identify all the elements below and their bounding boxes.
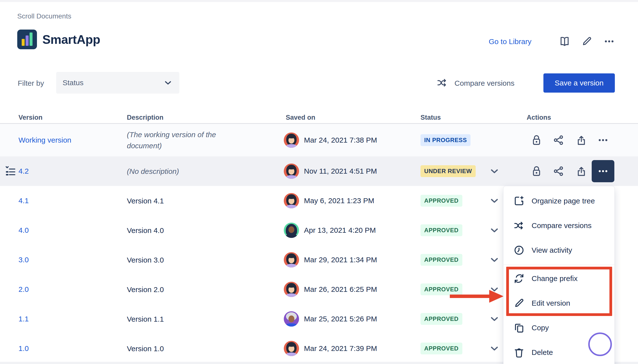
chevron-down-icon	[163, 78, 173, 88]
version-link[interactable]: 2.0	[18, 285, 29, 294]
saved-on-date: May 6, 2021 1:23 PM	[304, 196, 374, 205]
ellipsis-icon[interactable]	[604, 36, 615, 47]
cycle-icon	[513, 273, 525, 284]
column-header-actions: Actions	[527, 114, 551, 122]
status-badge: APPROVED	[420, 342, 462, 354]
saved-on-date: Mar 24, 2021 7:39 PM	[304, 344, 377, 353]
avatar	[284, 164, 299, 179]
menu-item-label: Edit version	[532, 299, 570, 307]
avatar	[284, 193, 299, 208]
menu-item-label: Organize page tree	[532, 197, 595, 205]
version-description: (The working version of the document)	[127, 129, 245, 151]
status-chevron-down-icon[interactable]	[489, 195, 500, 206]
saved-on-cell: Mar 24, 2021 7:39 PM	[284, 341, 422, 356]
menu-separator	[504, 264, 614, 264]
copy-icon	[513, 322, 525, 334]
version-description: Version 4.0	[127, 225, 245, 236]
page-title: SmartApp	[42, 32, 100, 47]
column-header-status: Status	[420, 114, 441, 122]
version-description: Version 2.0	[127, 284, 245, 295]
version-description: Version 4.1	[127, 195, 245, 206]
saved-on-cell: Nov 11, 2021 4:51 PM	[284, 164, 422, 179]
status-filter-value: Status	[62, 78, 163, 87]
ellipsis-icon	[597, 134, 609, 146]
status-chevron-down-icon[interactable]	[489, 343, 500, 354]
share-icon[interactable]	[553, 166, 564, 177]
saved-on-cell: Mar 26, 2021 6:25 PM	[284, 282, 422, 297]
go-to-library-link[interactable]: Go to Library	[489, 38, 531, 46]
saved-on-date: Mar 24, 2021 7:38 PM	[304, 136, 377, 144]
menu-item-view-activity[interactable]: View activity	[504, 238, 614, 262]
avatar	[284, 223, 299, 238]
current-version-marker-icon	[5, 166, 16, 177]
status-filter-select[interactable]: Status	[56, 72, 179, 94]
open-book-icon[interactable]	[559, 36, 570, 47]
app-logo	[17, 30, 37, 49]
shuffle-icon	[513, 220, 525, 231]
clock-icon	[513, 244, 525, 256]
lock-icon[interactable]	[531, 134, 542, 146]
breadcrumb: Scroll Documents	[17, 12, 71, 20]
saved-on-cell: Mar 29, 2021 1:34 PM	[284, 252, 422, 268]
version-link[interactable]: 1.1	[18, 315, 29, 323]
avatar	[284, 132, 299, 148]
trash-icon	[513, 347, 525, 358]
saved-on-cell: Mar 25, 2021 5:26 PM	[284, 311, 422, 326]
menu-item-label: Copy	[532, 324, 549, 332]
avatar	[284, 252, 299, 268]
saved-on-date: Nov 11, 2021 4:51 PM	[304, 167, 377, 175]
version-link[interactable]: 4.0	[18, 226, 29, 234]
export-icon[interactable]	[576, 134, 587, 146]
status-badge: UNDER REVIEW	[420, 165, 476, 177]
status-chevron-down-icon[interactable]	[489, 166, 500, 177]
menu-item-compare-versions[interactable]: Compare versions	[504, 213, 614, 238]
status-chevron-down-icon[interactable]	[489, 224, 500, 236]
menu-item-label: Delete	[532, 348, 553, 356]
saved-on-date: Mar 26, 2021 6:25 PM	[304, 285, 377, 294]
avatar	[284, 341, 299, 356]
saved-on-date: Mar 25, 2021 5:26 PM	[304, 315, 377, 323]
annotation-arrow	[450, 294, 490, 298]
saved-on-cell: Mar 24, 2021 7:38 PM	[284, 132, 422, 148]
annotation-arrow-head	[489, 290, 504, 303]
menu-item-organize-page-tree[interactable]: Organize page tree	[504, 189, 614, 213]
version-link[interactable]: Working version	[18, 136, 72, 144]
version-description: Version 3.0	[127, 254, 245, 266]
version-description: (No description)	[127, 166, 245, 177]
menu-item-label: Change prefix	[532, 274, 578, 283]
avatar	[284, 282, 299, 297]
status-badge: APPROVED	[420, 224, 462, 236]
version-description: Version 1.0	[127, 343, 245, 354]
menu-item-label: Compare versions	[532, 222, 592, 230]
organize-page-tree-icon	[513, 195, 525, 207]
more-actions-button[interactable]	[592, 160, 614, 182]
share-icon[interactable]	[553, 134, 564, 146]
lock-icon[interactable]	[531, 166, 542, 177]
save-version-button[interactable]: Save a version	[544, 74, 615, 92]
pencil-icon	[513, 298, 525, 309]
table-row: 4.2 (No description) Nov 11, 2021 4:51 P…	[0, 156, 638, 186]
avatar	[284, 311, 299, 326]
filter-by-label: Filter by	[18, 79, 44, 88]
version-link[interactable]: 4.1	[18, 196, 29, 205]
menu-item-label: View activity	[532, 246, 572, 254]
pencil-icon[interactable]	[581, 36, 592, 47]
version-link[interactable]: 4.2	[18, 167, 29, 175]
column-header-description: Description	[127, 114, 164, 122]
table-row: Working version (The working version of …	[0, 124, 638, 156]
menu-item-change-prefix[interactable]: Change prefix	[504, 266, 614, 291]
version-description: Version 1.1	[127, 314, 245, 324]
status-chevron-down-icon[interactable]	[489, 313, 500, 324]
shuffle-icon	[436, 77, 448, 88]
status-badge: APPROVED	[420, 254, 462, 266]
column-header-saved-on: Saved on	[286, 114, 315, 122]
compare-versions-button[interactable]: Compare versions	[454, 79, 514, 88]
status-badge: APPROVED	[420, 284, 462, 295]
version-link[interactable]: 3.0	[18, 256, 29, 264]
menu-item-edit-version[interactable]: Edit version	[504, 291, 614, 316]
saved-on-cell: Apr 13, 2021 4:20 PM	[284, 223, 422, 238]
export-icon[interactable]	[576, 166, 587, 177]
status-chevron-down-icon[interactable]	[489, 254, 500, 266]
version-link[interactable]: 1.0	[18, 344, 29, 353]
more-actions-button[interactable]	[592, 129, 614, 151]
